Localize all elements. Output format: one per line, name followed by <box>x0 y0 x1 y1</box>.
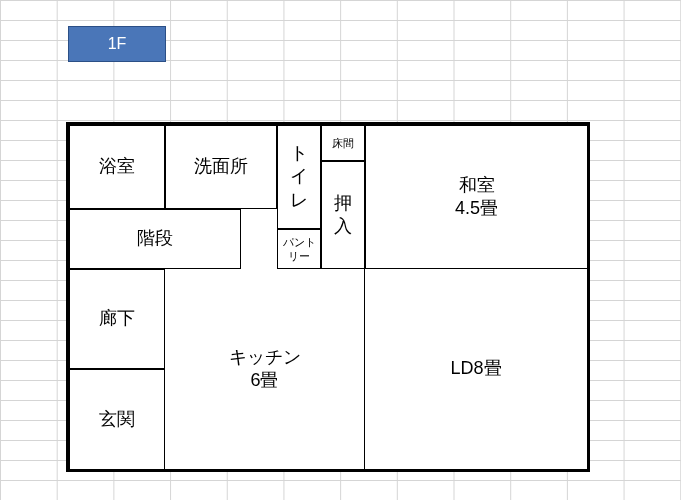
floor-badge-label: 1F <box>108 35 127 53</box>
room-washitsu-l1: 和室 <box>459 174 495 197</box>
room-ld-label: LD8畳 <box>450 357 501 380</box>
room-ld: LD8畳 <box>365 269 587 469</box>
room-genkan: 玄関 <box>69 369 165 469</box>
room-genkan-label: 玄関 <box>99 408 135 431</box>
room-washroom-label: 洗面所 <box>194 155 248 178</box>
room-toilet-l1: ト <box>290 142 308 165</box>
room-pantry-l1: パント <box>283 235 316 249</box>
room-washitsu: 和室 4.5畳 <box>365 125 587 269</box>
room-tokonoma: 床間 <box>321 125 365 161</box>
room-kitchen-l1: キッチン <box>229 346 301 369</box>
room-toilet-l2: イ <box>290 165 308 188</box>
room-stairs: 階段 <box>69 209 241 269</box>
room-toilet-l3: レ <box>290 189 308 212</box>
floor-plan: 浴室 洗面所 ト イ レ パント リー 床間 押 入 和室 4.5畳 階段 廊下… <box>66 122 590 472</box>
room-washroom: 洗面所 <box>165 125 277 209</box>
room-corridor-label: 廊下 <box>99 307 135 330</box>
floor-badge: 1F <box>68 26 166 62</box>
room-bath: 浴室 <box>69 125 165 209</box>
room-oshiire-l1: 押 <box>334 192 352 215</box>
room-pantry: パント リー <box>277 229 321 269</box>
room-toilet: ト イ レ <box>277 125 321 229</box>
room-washitsu-l2: 4.5畳 <box>455 197 498 220</box>
room-bath-label: 浴室 <box>99 155 135 178</box>
room-pantry-l2: リー <box>288 249 310 263</box>
room-oshiire-l2: 入 <box>334 215 352 238</box>
room-tokonoma-label: 床間 <box>332 136 354 150</box>
room-kitchen-l2: 6畳 <box>250 369 278 392</box>
room-oshiire: 押 入 <box>321 161 365 269</box>
room-kitchen: キッチン 6畳 <box>165 269 365 469</box>
room-stairs-label: 階段 <box>137 227 173 250</box>
room-corridor: 廊下 <box>69 269 165 369</box>
